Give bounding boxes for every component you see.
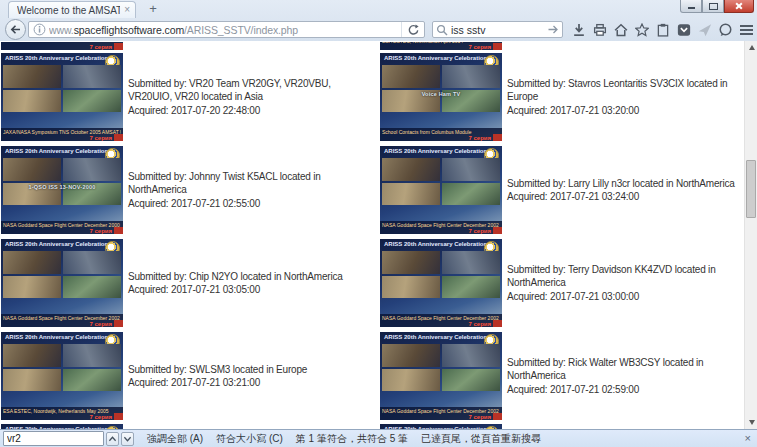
back-button[interactable]: [5, 19, 26, 40]
thumbnail-photo-collage: [382, 344, 500, 391]
find-next-button[interactable]: [121, 432, 134, 446]
thumbnail-title: ARISS 20th Anniversary Celebration: [5, 241, 103, 247]
browser-chrome: Welcome to the AMSAT SST... × + www.spac…: [0, 0, 757, 42]
collage-photo: [382, 183, 440, 206]
print-icon[interactable]: [589, 20, 610, 40]
window-controls: [680, 0, 754, 13]
thumbnail-series-label: 7 серия: [468, 414, 491, 420]
collage-photo: [63, 65, 121, 88]
sstv-thumbnail[interactable]: ARISS 20th Anniversary Celebration JAXA/…: [1, 53, 123, 141]
close-icon[interactable]: [724, 0, 754, 13]
scroll-down-icon[interactable]: [745, 416, 757, 429]
item-submitted-text: Submitted by: Larry Lilly n3cr located i…: [507, 177, 750, 190]
reload-button[interactable]: [401, 22, 424, 37]
highlight-all-button[interactable]: 強調全部 (A): [147, 432, 203, 446]
item-acquired-text: Acquired: 2017-07-21 03:21:00: [128, 376, 375, 389]
sstv-list-item: ARISS 20th Anniversary Celebration NASA …: [380, 239, 754, 327]
thumbnail-corner-mark: [493, 227, 502, 234]
pocket-icon[interactable]: [673, 20, 694, 40]
thumbnail-corner-mark: [114, 413, 123, 420]
match-case-button[interactable]: 符合大小寫 (C): [216, 432, 283, 446]
url-bar[interactable]: www.spaceflightsoftware.com/ARISS_SSTV/i…: [28, 21, 425, 38]
sstv-list-item: ARISS 20th Anniversary Celebration 1-QSO…: [1, 146, 375, 234]
clipboard-icon[interactable]: [652, 20, 673, 40]
collage-photo: [382, 65, 440, 88]
search-bar[interactable]: iss sstv: [432, 21, 563, 38]
tab-amsat-sstv[interactable]: Welcome to the AMSAT SST... ×: [8, 1, 136, 18]
thumbnail-photo-collage: [3, 65, 121, 112]
vertical-scrollbar[interactable]: [744, 41, 757, 429]
sstv-thumbnail[interactable]: ARISS 20th Anniversary Celebration ESA E…: [380, 42, 502, 50]
thumbnail-photo-collage: [3, 344, 121, 391]
collage-photo: [3, 344, 61, 367]
collage-photo: [3, 65, 61, 88]
tab-close-icon[interactable]: ×: [124, 5, 130, 15]
sstv-thumbnail[interactable]: ARISS 20th Anniversary Celebration ESA E…: [1, 332, 123, 420]
collage-photo: [382, 158, 440, 181]
thumbnail-photo-collage: [3, 251, 121, 298]
download-icon[interactable]: [568, 20, 589, 40]
thumbnail-title: ARISS 20th Anniversary Celebration: [384, 148, 482, 154]
thumbnail-corner-mark: [114, 320, 123, 327]
thumbnail-corner-mark: [114, 43, 123, 50]
sstv-thumbnail[interactable]: ARISS 20th Anniversary Celebration 1-QSO…: [1, 146, 123, 234]
thumbnail-photo-collage: [3, 158, 121, 205]
collage-photo: [442, 344, 500, 367]
sstv-thumbnail[interactable]: ARISS 20th Anniversary Celebration NASA …: [380, 239, 502, 327]
sstv-list-item: ARISS 20th Anniversary Celebration NASA …: [380, 332, 754, 420]
item-acquired-text: Acquired: 2017-07-21 03:00:00: [507, 290, 750, 303]
home-icon[interactable]: [610, 20, 631, 40]
sstv-thumbnail[interactable]: ARISS 20th Anniversary Celebration Voice…: [380, 53, 502, 141]
item-meta: Submitted by: VR20 Team VR20GY, VR20VBU,…: [128, 53, 375, 141]
item-acquired-text: Acquired: 2017-07-21 02:59:00: [507, 383, 750, 396]
collage-photo: [63, 158, 121, 181]
thumbnail-corner-mark: [114, 227, 123, 234]
collage-photo: [382, 369, 440, 392]
find-input[interactable]: [3, 431, 104, 446]
sstv-thumbnail[interactable]: ARISS 20th Anniversary Celebration NASA …: [1, 239, 123, 327]
thumbnail-series-label: 7 серия: [468, 135, 491, 141]
find-bar: 強調全部 (A) 符合大小寫 (C) 第 1 筆符合，共符合 5 筆 已達頁尾，…: [0, 429, 757, 447]
chat-bubble-icon[interactable]: [715, 20, 736, 40]
partially-visible-thumbnail[interactable]: ARISS 20th Anniversary Celebration 7 сер…: [1, 42, 123, 50]
thumbnail-corner-mark: [493, 134, 502, 141]
send-icon[interactable]: [694, 20, 715, 40]
bookmark-star-icon[interactable]: [631, 20, 652, 40]
item-submitted-text: Submitted by: Johnny Twist K5ACL located…: [128, 170, 375, 196]
sstv-gallery: ARISS 20th Anniversary Celebration JAXA/…: [0, 41, 757, 429]
item-meta: Submitted by: Johnny Twist K5ACL located…: [128, 146, 375, 234]
find-previous-button[interactable]: [106, 432, 119, 446]
maximize-icon[interactable]: [702, 0, 724, 13]
collage-photo: [442, 276, 500, 299]
menu-icon[interactable]: [736, 20, 757, 40]
search-go-icon[interactable]: [544, 24, 562, 35]
item-meta: Submitted by: Stavros Leontaritis SV3CIX…: [507, 53, 750, 141]
collage-photo: [442, 369, 500, 392]
new-tab-button[interactable]: +: [142, 2, 164, 17]
partially-visible-thumbnail[interactable]: ARISS 20th Anniversary Celebration ESA E…: [380, 42, 502, 50]
find-close-icon[interactable]: ×: [745, 432, 751, 444]
navigation-bar: www.spaceflightsoftware.com/ARISS_SSTV/i…: [0, 18, 757, 41]
sstv-list-item: ARISS 20th Anniversary Celebration ESA E…: [1, 332, 375, 420]
thumbnail-photo-collage: [382, 251, 500, 298]
sstv-thumbnail[interactable]: ARISS 20th Anniversary Celebration NASA …: [380, 146, 502, 234]
thumbnail-series-label: 7 серия: [468, 228, 491, 234]
collage-photo: [442, 158, 500, 181]
item-submitted-text: Submitted by: Rick Walter WB3CSY located…: [507, 356, 750, 382]
thumbnail-title: ARISS 20th Anniversary Celebration: [384, 334, 482, 340]
scroll-up-icon[interactable]: [745, 41, 757, 54]
minimize-icon[interactable]: [680, 0, 702, 13]
collage-photo: [382, 344, 440, 367]
scrollbar-thumb[interactable]: [746, 160, 756, 218]
sstv-list-item: ARISS 20th Anniversary Celebration JAXA/…: [1, 53, 375, 141]
sstv-list-item: ARISS 20th Anniversary Celebration NASA …: [380, 146, 754, 234]
item-meta: Submitted by: Rick Walter WB3CSY located…: [507, 332, 750, 420]
site-info-icon[interactable]: [29, 23, 49, 36]
sstv-thumbnail[interactable]: ARISS 20th Anniversary Celebration 7 сер…: [1, 42, 123, 50]
sstv-thumbnail[interactable]: ARISS 20th Anniversary Celebration NASA …: [380, 332, 502, 420]
item-submitted-text: Submitted by: Terry Davidson KK4ZVD loca…: [507, 263, 750, 289]
search-icon: [433, 24, 451, 36]
thumbnail-corner-mark: [493, 413, 502, 420]
search-input[interactable]: iss sstv: [451, 24, 544, 36]
sstv-list-item: ARISS 20th Anniversary Celebration NASA …: [1, 239, 375, 327]
